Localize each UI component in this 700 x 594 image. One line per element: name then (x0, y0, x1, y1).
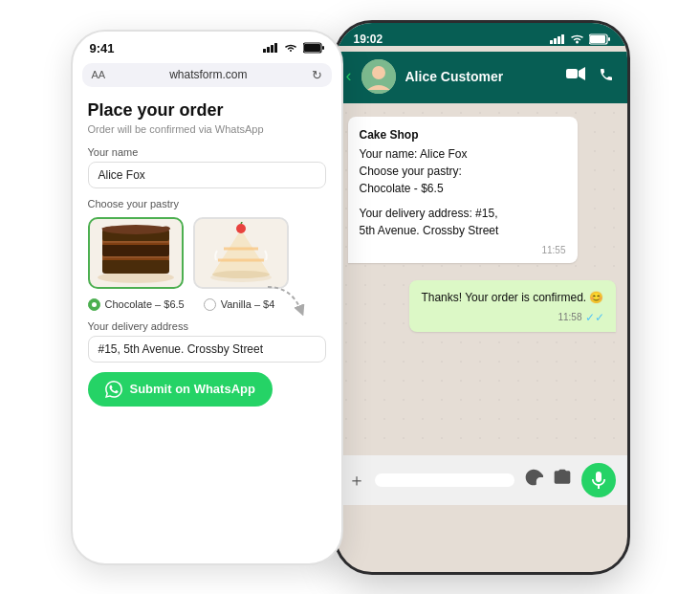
mic-button[interactable] (581, 463, 616, 497)
chat-area: Cake Shop Your name: Alice Fox Choose yo… (337, 103, 627, 505)
svg-rect-10 (102, 243, 169, 256)
whatsapp-icon (105, 381, 122, 398)
browser-reload[interactable]: ↻ (312, 68, 322, 82)
message-input[interactable] (375, 473, 514, 487)
sent-message: Thanks! Your order is confirmed. 😊 11:58… (409, 280, 615, 332)
contact-name: Alice Customer (405, 69, 557, 84)
sticker-icon[interactable] (524, 468, 543, 492)
contact-info: Alice Customer (405, 69, 557, 84)
pastry-label: Choose your pastry (88, 198, 326, 209)
chocolate-cake-image[interactable] (88, 217, 184, 289)
name-label: Your name (88, 146, 326, 158)
delivery-input[interactable]: #15, 5th Avenue. Crossby Street (88, 336, 326, 363)
browser-aa: AA (92, 69, 106, 80)
avatar-svg (361, 59, 396, 94)
svg-marker-17 (212, 230, 270, 275)
svg-rect-2 (271, 45, 273, 53)
contact-avatar (361, 59, 396, 94)
back-arrow-icon[interactable]: ‹ (346, 66, 352, 86)
chat-messages: Cake Shop Your name: Alice Fox Choose yo… (337, 103, 627, 345)
msg-received-time: 11:55 (360, 243, 566, 257)
wifi-icon (283, 43, 298, 53)
svg-point-23 (212, 271, 270, 278)
svg-rect-25 (554, 38, 557, 44)
svg-rect-8 (102, 258, 169, 274)
svg-rect-5 (304, 44, 320, 52)
right-signal-icon (550, 34, 565, 44)
svg-rect-34 (566, 69, 578, 78)
msg-shop-name: Cake Shop (360, 126, 566, 143)
camera-icon[interactable] (553, 468, 572, 492)
sent-msg-time: 11:58 ✓✓ (421, 309, 603, 326)
mic-icon (592, 472, 605, 489)
svg-rect-31 (608, 37, 610, 41)
sent-msg-text: Thanks! Your order is confirmed. 😊 (421, 289, 603, 306)
msg-line-6: 5th Avenue. Crossby Street (360, 222, 566, 239)
submit-label: Submit on WhatsApp (130, 382, 255, 396)
right-status-bar: 19:02 (354, 33, 610, 46)
received-message: Cake Shop Your name: Alice Fox Choose yo… (348, 117, 578, 263)
wa-input-bar: ＋ (337, 455, 627, 505)
msg-line-5: Your delivery address: #15, (360, 205, 566, 222)
svg-marker-35 (579, 67, 585, 80)
radio-label-chocolate: Chocolate – $6.5 (105, 298, 185, 310)
left-time: 9:41 (90, 41, 115, 55)
svg-point-21 (236, 224, 246, 233)
msg-line-2: Your name: Alice Fox (360, 145, 566, 163)
svg-rect-24 (550, 40, 553, 44)
radio-dot-chocolate (88, 298, 100, 311)
right-time: 19:02 (354, 33, 383, 46)
battery-icon (303, 42, 324, 54)
left-status-icons (263, 42, 324, 54)
svg-rect-26 (558, 36, 560, 44)
wa-header-icons (566, 67, 614, 86)
svg-rect-6 (322, 46, 324, 50)
vanilla-cake-svg (203, 222, 279, 284)
svg-rect-0 (263, 49, 266, 53)
svg-rect-27 (561, 34, 564, 44)
name-input[interactable]: Alice Fox (88, 162, 326, 188)
form-subtitle: Order will be confirmed via WhatsApp (88, 123, 326, 135)
video-call-icon[interactable] (566, 67, 585, 86)
browser-url: whatsform.com (111, 68, 305, 81)
radio-dot-vanilla (204, 298, 216, 311)
add-icon[interactable]: ＋ (348, 469, 365, 492)
svg-point-13 (102, 225, 169, 234)
submit-whatsapp-button[interactable]: Submit on WhatsApp (88, 372, 273, 407)
browser-bar[interactable]: AA whatsform.com ↻ (82, 63, 332, 87)
svg-point-28 (576, 41, 579, 44)
msg-line-3: Choose your pastry: (360, 163, 566, 180)
scene: 9:41 (0, 0, 700, 594)
svg-rect-30 (590, 35, 605, 43)
right-wifi-icon (570, 33, 584, 44)
double-check-icon: ✓✓ (585, 309, 604, 326)
right-battery-icon (589, 33, 610, 45)
right-phone: 19:02 (334, 20, 630, 575)
right-status-icons (550, 33, 610, 45)
radio-chocolate[interactable]: Chocolate – $6.5 (88, 298, 185, 311)
chocolate-cake-svg (93, 222, 179, 284)
svg-rect-1 (267, 47, 270, 53)
svg-point-33 (372, 66, 385, 79)
left-status-bar: 9:41 (73, 32, 341, 59)
wa-header: ‹ Alice Customer (337, 52, 627, 103)
svg-rect-3 (274, 43, 277, 53)
signal-icon (263, 43, 278, 53)
form-content: Place your order Order will be confirmed… (73, 87, 341, 416)
msg-line-4: Chocolate - $6.5 (360, 180, 566, 197)
form-title: Place your order (88, 100, 326, 121)
svg-line-22 (241, 222, 243, 224)
connector-arrow (263, 277, 311, 335)
phone-call-icon[interactable] (599, 67, 614, 86)
